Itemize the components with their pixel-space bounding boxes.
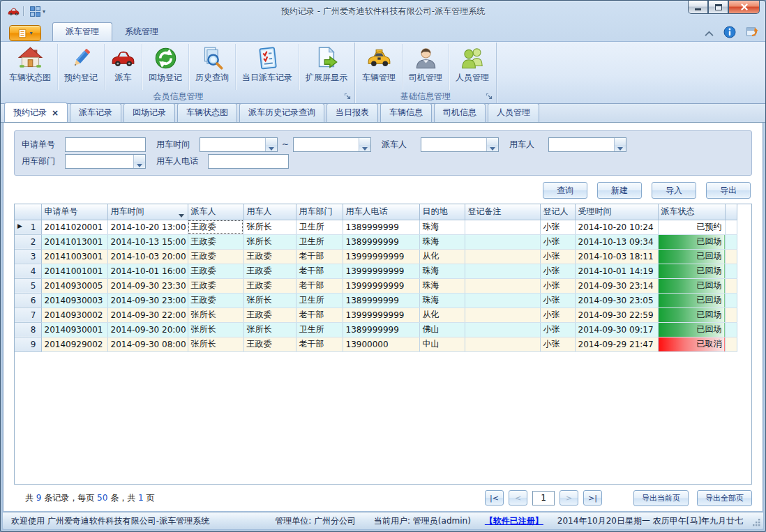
cell-registrar[interactable]: 小张	[540, 220, 575, 234]
cell-passenger[interactable]: 王政委	[243, 337, 296, 351]
export-button[interactable]: 导出	[706, 182, 751, 199]
cell-dispatch-status[interactable]: 已回场	[658, 234, 725, 249]
cell-phone[interactable]: 13999999999	[343, 264, 419, 278]
page-number-input[interactable]	[532, 491, 555, 506]
column-header-6[interactable]: 目的地	[419, 204, 465, 220]
first-page-button[interactable]: |<	[485, 490, 504, 506]
cell-accept_time[interactable]: 2014-09-30 23:05	[575, 293, 658, 307]
column-header-1[interactable]: 用车时间	[107, 204, 188, 220]
cell-dispatcher[interactable]: 王政委	[188, 293, 243, 307]
history-query-button[interactable]: 历史查询	[189, 44, 236, 90]
cell-dept[interactable]: 卫生所	[296, 234, 343, 249]
ribbon-tab-system-manage[interactable]: 系统管理	[112, 23, 171, 41]
cell-dept[interactable]: 老干部	[296, 264, 343, 278]
tab-return-records[interactable]: 回场记录	[123, 103, 175, 122]
cell-order_no[interactable]: 20140929002	[41, 337, 107, 351]
cell-dept[interactable]: 老干部	[296, 249, 343, 264]
cell-order_no[interactable]: 20140930002	[41, 307, 107, 322]
export-current-page-button[interactable]: 导出当前页	[633, 490, 689, 506]
cell-registrar[interactable]: 小张	[540, 293, 575, 307]
cell-registrar[interactable]: 小张	[540, 322, 575, 337]
extended-screen-button[interactable]: 扩展屏显示	[299, 44, 354, 90]
cell-dispatcher[interactable]: 王政委	[188, 249, 243, 264]
cell-dispatch-status[interactable]: 已回场	[658, 264, 725, 278]
cell-dispatcher[interactable]: 王政委	[188, 220, 243, 234]
cell-order_no[interactable]: 20141013001	[41, 234, 107, 249]
column-header-3[interactable]: 用车人	[243, 204, 296, 220]
cell-passenger[interactable]: 张所长	[243, 322, 296, 337]
tab-personnel-manage[interactable]: 人员管理	[488, 103, 539, 122]
cell-phone[interactable]: 1389999999	[343, 234, 419, 249]
table-row[interactable]: 4201410010012014-10-01 16:00王政委王政委老干部139…	[15, 264, 737, 278]
use-time-to-combo[interactable]	[293, 137, 371, 152]
table-row[interactable]: 8201409300012014-09-30 20:00张所长张所长卫生所138…	[15, 322, 737, 337]
today-dispatch-records-button[interactable]: 当日派车记录	[236, 44, 299, 90]
cell-order_no[interactable]: 20140930001	[41, 322, 107, 337]
tab-vehicle-status-map[interactable]: 车辆状态图	[177, 103, 237, 122]
cell-remark[interactable]	[465, 234, 540, 249]
table-row[interactable]: 7201409300022014-09-30 22:00张所长王政委老干部139…	[15, 307, 737, 322]
about-button[interactable]	[746, 26, 758, 38]
cell-dispatcher[interactable]: 张所长	[188, 337, 243, 351]
cell-dispatch-status[interactable]: 已回场	[658, 293, 725, 307]
cell-use_time[interactable]: 2014-10-13 15:00	[107, 234, 188, 249]
cell-destination[interactable]: 从化	[419, 249, 465, 264]
tab-close-icon[interactable]: ×	[52, 109, 59, 116]
cell-remark[interactable]	[465, 220, 540, 234]
dispatch-button[interactable]: 派车	[105, 44, 142, 90]
cell-use_time[interactable]: 2014-09-30 08:00	[107, 337, 188, 351]
cell-remark[interactable]	[465, 293, 540, 307]
table-row[interactable]: 6201409300032014-09-30 23:00王政委张所长卫生所138…	[15, 293, 737, 307]
close-button[interactable]	[728, 1, 760, 14]
new-button[interactable]: 新建	[597, 182, 642, 199]
row-indicator[interactable]: 8	[15, 322, 41, 337]
column-header-0[interactable]: 申请单号	[41, 204, 107, 220]
app-menu-button[interactable]: ▾	[9, 25, 41, 41]
minimize-button[interactable]	[688, 1, 708, 14]
cell-order_no[interactable]: 20141003001	[41, 249, 107, 264]
cell-phone[interactable]: 13999999999	[343, 249, 419, 264]
cell-phone[interactable]: 13999999999	[343, 307, 419, 322]
column-header-4[interactable]: 用车部门	[296, 204, 343, 220]
tab-daily-report[interactable]: 当日报表	[326, 103, 378, 122]
cell-destination[interactable]: 从化	[419, 307, 465, 322]
cell-dispatch-status[interactable]: 已回场	[658, 278, 725, 293]
cell-accept_time[interactable]: 2014-10-13 09:34	[575, 234, 658, 249]
cell-passenger[interactable]: 张所长	[243, 234, 296, 249]
cell-dispatch-status[interactable]: 已取消	[658, 337, 725, 351]
passenger-combo[interactable]	[548, 137, 626, 152]
cell-remark[interactable]	[465, 278, 540, 293]
cell-use_time[interactable]: 2014-10-01 16:00	[107, 264, 188, 278]
row-indicator[interactable]: 5	[15, 278, 41, 293]
cell-passenger[interactable]: 王政委	[243, 307, 296, 322]
cell-destination[interactable]: 珠海	[419, 234, 465, 249]
cell-registrar[interactable]: 小张	[540, 278, 575, 293]
cell-dispatch-status[interactable]: 已回场	[658, 322, 725, 337]
reservation-register-button[interactable]: 预约登记	[58, 44, 105, 90]
cell-accept_time[interactable]: 2014-09-30 22:59	[575, 307, 658, 322]
cell-use_time[interactable]: 2014-09-30 22:00	[107, 307, 188, 322]
cell-accept_time[interactable]: 2014-10-20 10:24	[575, 220, 658, 234]
dialog-launcher-icon[interactable]	[486, 93, 493, 100]
cell-phone[interactable]: 1389999999	[343, 322, 419, 337]
layout-switcher-button[interactable]: ▾	[27, 5, 47, 18]
column-header-5[interactable]: 用车人电话	[343, 204, 419, 220]
dept-combo[interactable]	[65, 154, 146, 169]
cell-accept_time[interactable]: 2014-10-01 14:19	[575, 264, 658, 278]
cell-use_time[interactable]: 2014-09-30 23:00	[107, 293, 188, 307]
column-header-10[interactable]: 派车状态	[658, 204, 725, 220]
row-indicator[interactable]: 4	[15, 264, 41, 278]
cell-registrar[interactable]: 小张	[540, 307, 575, 322]
cell-dept[interactable]: 卫生所	[296, 293, 343, 307]
cell-accept_time[interactable]: 2014-09-29 21:47	[575, 337, 658, 351]
cell-dispatcher[interactable]: 王政委	[188, 234, 243, 249]
table-row[interactable]: 3201410030012014-10-03 20:00王政委王政委老干部139…	[15, 249, 737, 264]
dialog-launcher-icon[interactable]	[344, 93, 352, 100]
column-header-9[interactable]: 受理时间	[575, 204, 658, 220]
table-row[interactable]: ▶1201410200012014-10-20 13:00王政委张所长卫生所13…	[15, 220, 737, 234]
cell-passenger[interactable]: 张所长	[243, 293, 296, 307]
cell-destination[interactable]: 珠海	[419, 293, 465, 307]
cell-destination[interactable]: 珠海	[419, 264, 465, 278]
cell-dispatch-status[interactable]: 已回场	[658, 307, 725, 322]
collapse-ribbon-button[interactable]	[705, 29, 714, 36]
